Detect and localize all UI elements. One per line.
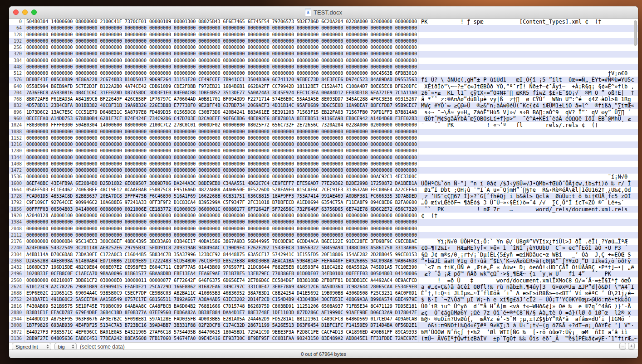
ascii-row[interactable]: ŒÔ†˚M¢SgãÄ¥bÅ˝œ∑OBOsLí÷f}p>“ ˘ê^À÷KËíˆèá… — [418, 116, 638, 122]
hex-row[interactable]: 00000000 00000000 00000000 00000000 0000… — [25, 70, 418, 77]
hex-row[interactable]: 00000000 00000000 00000000 00000000 0000… — [25, 32, 418, 38]
minimize-button[interactable] — [22, 10, 28, 15]
hex-row[interactable]: 00000000 00000000 00000000 00000000 0000… — [25, 64, 418, 70]
ascii-row[interactable] — [418, 25, 638, 31]
ascii-row[interactable] — [418, 32, 638, 38]
ascii-row[interactable]: `<7 m fiK,ÛÑ é ‚Œïè„Ê « Àüw• D; óeóÒ!‹ÜD… — [418, 264, 638, 271]
hex-row[interactable]: 00000000 00000000 00000000 00000000 0000… — [25, 51, 418, 57]
hex-row[interactable]: 00000000 00000000 00000000 00000000 0000… — [25, 148, 418, 154]
ascii-row[interactable]: ˇˇ PK ! nŒ 7r … word/_rels/document.xml.… — [418, 206, 638, 213]
ascii-row[interactable] — [418, 232, 638, 238]
hex-row[interactable]: 00FFFF03 00504B03 04140006 00080000 0021… — [25, 206, 418, 213]
ascii-row[interactable]: ‰M‘ÛÖÖW Nˆñç∫ ‡•‰2 ‘Øl WTI[ÑG ‰ [-rö ùûœ… — [418, 329, 638, 335]
hex-row[interactable]: 00000000 00000000 00000000 00000000 0000… — [25, 167, 418, 174]
ascii-row[interactable]: Ù0´iR ïu^ Ù^yõ d´™å H˚À∫m ≤và f«–WHð&¢]»… — [418, 303, 638, 310]
hex-row[interactable]: 610123C9 A2C78226 298B1B89 43909415 EFAF… — [25, 284, 418, 290]
ascii-row[interactable] — [418, 38, 638, 44]
hex-row[interactable]: 05AFF5D3 EC1E4462 74063BEF 48C19E12 ACAA… — [25, 187, 418, 193]
ascii-row[interactable]: ¨í¡N√0 — [418, 174, 638, 180]
ascii-row[interactable]: XÈîðÍö“\~–?±”¢∞JtŒBÕð YÖ‚“ª˘rÍ! Ñð±f–¢˘Ä… — [418, 83, 638, 90]
hex-row[interactable]: 00000000 00000000 00000000 00000000 0000… — [25, 219, 418, 225]
increase-font-button[interactable]: + — [628, 343, 635, 349]
hex-row[interactable]: A2040128 A0000100 00000000 00000000 0000… — [25, 213, 418, 219]
ascii-row[interactable] — [418, 141, 638, 148]
hex-row[interactable]: 00000000 00000000 00000000 00000000 0000… — [25, 232, 418, 238]
ascii-row[interactable] — [418, 161, 638, 167]
ascii-row[interactable] — [418, 148, 638, 154]
ascii-row[interactable]: (πÚ~ ÄV6ÍªƒQwfi¢BàÍV ±p`TgO† ‰‰ Ôìs èõ˘_… — [418, 335, 638, 342]
hex-row[interactable]: 00080000 00210007 3DB61CF2 030000E0 1000… — [25, 277, 418, 284]
ascii-row[interactable]: ≥ç Ô¨¢ágüMø6¥ ¡Ωè 7z Óï`é÷®*€8¯Ñ/§–Áà„tè… — [418, 310, 638, 316]
hex-row[interactable]: 28B9F27E 04805636 EABCC451 77DEA242 88EA… — [25, 335, 418, 342]
hex-row[interactable]: 504B0304 14000600 08000000 2100C41F 7370… — [25, 19, 418, 25]
ascii-row[interactable]: ¸≠ ‘HS¨çÇ∏67 Í}»?˘G[ˆfhêQj i b&ãl≥ Qclà … — [418, 193, 638, 199]
ascii-row[interactable] — [418, 64, 638, 70]
hex-row[interactable]: 00000000 00000000 00000000 00000000 0000… — [25, 25, 418, 31]
ascii-row[interactable]: ã *˚ˆ ≠:®AπÀø”düBlµè vy|ß ≠†∏ ø CŸÚ‘ WNn… — [418, 96, 638, 102]
ascii-row[interactable]: …Ò œívLŒèôF¬ ¶àÊó$ 3 Û˘Ú–»‹§Éï)ö≈˝4 /√ ∑… — [418, 199, 638, 206]
close-button[interactable] — [13, 10, 19, 15]
ascii-row[interactable] — [418, 135, 638, 141]
ascii-row[interactable]: ‰@› ®uÔïñ?ÜvØû{,_ œÅYz é’-5˚M ;µ,±†Z$§bY… — [418, 316, 638, 322]
hex-row[interactable]: 0558E994 B6EB9AFD 5C7E2D3F B122A2B0 4A74… — [25, 83, 418, 90]
ascii-row[interactable]: ! =ð Ú ‡ word/document.xmlÏXMo€8 Ω/∞ˇÅ-=… — [418, 277, 638, 284]
hex-row[interactable]: 00000000 00000000 00000000 00000000 0000… — [25, 58, 418, 64]
ascii-row[interactable]: ¢ († — [418, 213, 638, 219]
hex-pane[interactable]: 504B0304 14000600 08000000 2100C41F 7370… — [25, 19, 418, 342]
ascii-row[interactable]: ò&i:π9NOfl‰Q4«£∑#ª 9≠K∑;3 à Ú‹¯¡t√–(g ôZ… — [418, 322, 638, 329]
ascii-row[interactable] — [418, 44, 638, 51]
ascii-row[interactable]: s÷¬ ¨~\Ã≈ y÷H„ ZáóË“Hù5 V]»√ s÷B BA∏:aÓ^… — [418, 109, 638, 116]
hex-row[interactable]: F8030000 FFFF0300 504B0304 14000600 0800… — [25, 122, 418, 128]
hex-row[interactable]: B38D1E1F EFACD787 679F4DBF 36B4C1BD 8F0B… — [25, 310, 418, 316]
hex-row[interactable]: E44D27F3 F385571C 4EF696CC BA01E0A5 E432… — [25, 329, 418, 335]
zoom-button[interactable] — [31, 10, 37, 15]
ascii-row[interactable]: ÜÔHªC‰˚ön Ñ-“] “n ï 0â¢ /$J‹ÿßÛ∞√J•QMb«f… — [418, 180, 638, 187]
hex-row[interactable]: 86EF48BC 43E4FB9A 6E2084D0 D25D10D2 6E08… — [25, 180, 418, 187]
hex-row[interactable]: D2A5628B 4AE8098A 61480AB4 ED7108B6 21DD… — [25, 258, 418, 264]
hex-row[interactable]: 00000000 00000000 00000000 00000000 0000… — [25, 141, 418, 148]
hex-row[interactable]: E9F6E02C 21D651C5 69094A4C 93B5B0C9 C5EC… — [25, 290, 418, 296]
decrease-font-button[interactable]: − — [619, 343, 626, 349]
hex-row[interactable]: E440DD19 A875EF95 963F8676 AF9E7B2C 5F09… — [25, 316, 418, 322]
hex-row[interactable]: 00000000 00000000 00000000 00000000 0000… — [25, 155, 418, 161]
hex-row[interactable]: A24FD0A6 54322549 3C201148 AEB252E6 2979… — [25, 245, 418, 251]
ascii-row[interactable]: Øı”Ï Dbt ;ÔH¡û ¨™Î´Â u»˘QjmH”´∏§†e R&›Rè… — [418, 187, 638, 193]
ascii-row[interactable]: Èˆ‡‚!÷Q≈i JLÌµ∞…≈Ï˝flŒöå ´+˚ A e≥F≥iR8ß≥… — [418, 290, 638, 296]
ascii-row[interactable]: ƒV;o€0 — [418, 70, 638, 77]
ascii-row[interactable]: z6˚»•≥ KL l1˘ çÿtX‹=“Ò‡Ñ‡¨∏ œKR5 fiwZ $£… — [418, 90, 638, 96]
hex-row[interactable]: 00000000 00000000 00000000 00000000 0000… — [25, 44, 418, 51]
hex-row[interactable]: 241DA7E1 491B60C2 5A5CEF8A AA15B549 0757… — [25, 296, 418, 303]
ascii-row[interactable]: ¯ ˇˇ PK ! «¬‘º fl _rels/.rels ¢ († — [418, 122, 638, 128]
ascii-row[interactable] — [418, 167, 638, 174]
ascii-row[interactable] — [418, 226, 638, 232]
hex-row[interactable]: DE0BF43F 085C0B89 4E86A228 2C6748D3 B10D… — [25, 77, 418, 83]
ascii-row[interactable]: ¥ï¡N√0 ÜÔHªCï;Õ:` ¥n @/ Ü8g®”V¥Iïx¿fiÛl>… — [418, 238, 638, 245]
hex-row[interactable]: 8B072AFB F61EAD3A A841B9CB BF22649F 426C… — [25, 96, 418, 102]
hex-row[interactable]: A4BD114A D70C6DA8 73DA30FE C172A0C3 C160… — [25, 252, 418, 258]
hex-row[interactable]: 00000000 00000000 00000000 00000000 0000… — [25, 129, 418, 135]
hex-row[interactable]: 1020B33F 0CFB8C0F C1AECA70 9BAA0096 81B6… — [25, 271, 418, 277]
scrollbar-thumb[interactable] — [634, 20, 637, 46]
ascii-row[interactable]: ≥? ˚å ¡Æ põ™ ñÅð wk™çΩ˚·>§¸¶ÈÆ~ {ı ˚y¸w … — [418, 271, 638, 277]
hex-row[interactable]: FCAD01D5 4853AC8D 82B83637 20EA7DC8 3FFF… — [25, 193, 418, 199]
hex-row[interactable]: C9F109CF 92764CCE 909946C2 10A688E6 9724… — [25, 199, 418, 206]
hex-row[interactable]: 00000000 00000000 00000000 00000000 0000… — [25, 161, 418, 167]
ascii-row[interactable]: a #…¢«Ç&)ã âCêî ÔØfl!‰ rù nãb±h.¶4úy|3 G… — [418, 284, 638, 290]
ascii-row[interactable] — [418, 51, 638, 57]
ascii-row[interactable]: “•bãJË äaH ¥Ìg ð!›ûâ “$É\‘K–vÄøùËR>à†ç0∏… — [418, 258, 638, 264]
ascii-row[interactable]: PK ! ƒ spœ [Content_Types].xml ¢ († — [418, 19, 638, 25]
ascii-row[interactable] — [418, 219, 638, 225]
hex-row[interactable]: 00000000 00000000 00000000 00000000 0000… — [25, 174, 418, 180]
hex-row[interactable]: 00000000 00000000 00000000 00000000 0000… — [25, 135, 418, 141]
hex-row[interactable]: 1860DC37 196D15DE 4B2C9E84 008E07E2 CE95… — [25, 264, 418, 271]
ascii-row[interactable]: MWç #¥Õ˙∞ ≥Ç@»Û ®≥&“n;àÁw0éÛ(˘Kc{¢4 iÆÛM… — [418, 102, 638, 109]
hex-row[interactable]: 1D73D6C2 13AC7E5C CCC51E79 D648E31C 5A87… — [25, 109, 418, 116]
ascii-row[interactable]: §Ω J¢ m®s/0¸¡r†√¡`Dµ[ÉL{5£yñ =œíÑDãuc•œ … — [418, 252, 638, 258]
hex-row[interactable]: 0ECEEFA0 A14DD753 678B80B4 6281F7CF B74F… — [25, 116, 418, 122]
ascii-row[interactable]: ¢O–¶T2‰I‹ HÆ≤RÊ)y[<_>ë» ì ´îÑî¨¡èYÙÚbÚ C… — [418, 245, 638, 251]
hex-row[interactable]: 00000000 00000000 00000000 00000000 0000… — [25, 226, 418, 232]
ascii-row[interactable]: fi Ù? \ âNÜ¢(,gH”± P ùiÚd1 œI¸Ô{î ¡5 ”il… — [418, 77, 638, 83]
hex-row[interactable]: F430AB69 521B9575 5E1DF45E 799B0C09 64AB… — [25, 303, 418, 310]
ascii-row[interactable] — [418, 155, 638, 161]
hex-row[interactable]: 00000000 00000000 00000000 00000000 0000… — [25, 38, 418, 44]
